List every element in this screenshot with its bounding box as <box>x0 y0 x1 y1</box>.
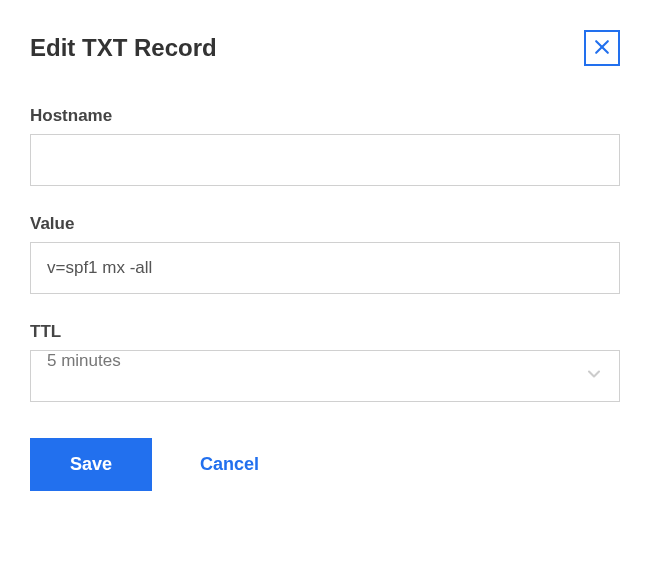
hostname-input[interactable] <box>30 134 620 186</box>
hostname-field-group: Hostname <box>30 106 620 186</box>
save-button[interactable]: Save <box>30 438 152 491</box>
hostname-label: Hostname <box>30 106 620 126</box>
ttl-select-wrapper: 5 minutes <box>30 350 620 402</box>
value-label: Value <box>30 214 620 234</box>
dialog-title: Edit TXT Record <box>30 34 217 62</box>
button-row: Save Cancel <box>30 438 620 491</box>
value-input[interactable] <box>30 242 620 294</box>
ttl-select[interactable]: 5 minutes <box>30 350 620 402</box>
cancel-button[interactable]: Cancel <box>200 454 259 475</box>
dialog-header: Edit TXT Record <box>30 30 620 66</box>
close-icon <box>592 37 612 60</box>
close-button[interactable] <box>584 30 620 66</box>
ttl-field-group: TTL 5 minutes <box>30 322 620 402</box>
value-field-group: Value <box>30 214 620 294</box>
ttl-label: TTL <box>30 322 620 342</box>
